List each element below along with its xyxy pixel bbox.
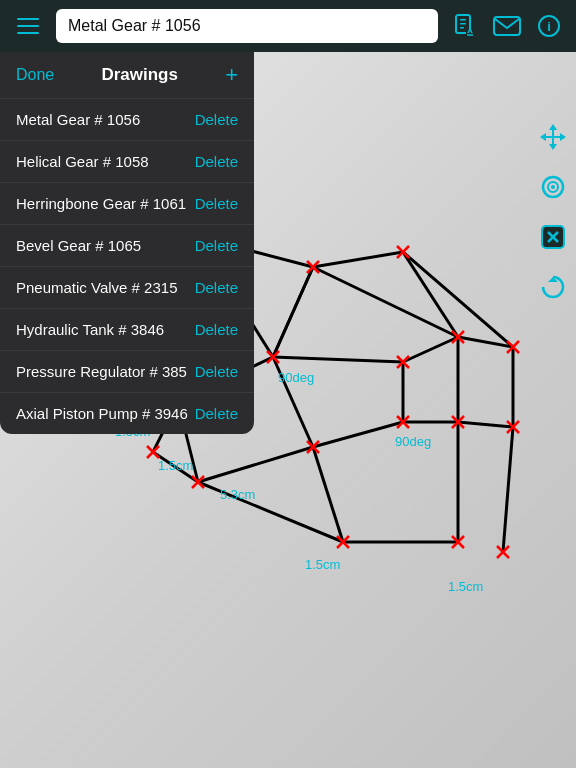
document-icon: [452, 13, 478, 39]
svg-line-29: [198, 447, 313, 482]
add-drawing-button[interactable]: +: [225, 64, 238, 86]
measurement-label-5: 90deg: [278, 370, 314, 385]
svg-rect-2: [460, 23, 466, 25]
mail-button[interactable]: [490, 9, 524, 43]
info-icon: i: [537, 14, 561, 38]
svg-line-19: [458, 422, 513, 427]
right-toolbar: [530, 102, 576, 322]
svg-line-27: [503, 427, 513, 552]
dropdown-header: Done Drawings +: [0, 52, 254, 99]
resize-tool-button[interactable]: [534, 118, 572, 156]
delete-button-6[interactable]: Delete: [195, 363, 238, 380]
drawing-item-4[interactable]: Pneumatic Valve # 2315 Delete: [0, 267, 254, 309]
drawing-name-4: Pneumatic Valve # 2315: [16, 279, 178, 296]
svg-text:i: i: [547, 19, 551, 34]
title-bar[interactable]: Metal Gear # 1056: [56, 9, 438, 43]
header-icon-group: i: [448, 9, 566, 43]
hamburger-line-1: [17, 18, 39, 20]
svg-marker-75: [549, 124, 557, 130]
svg-line-35: [273, 267, 313, 357]
spiral-icon: [538, 172, 568, 202]
mail-icon: [493, 14, 521, 38]
svg-point-79: [551, 185, 555, 189]
drawing-name-7: Axial Piston Pump # 3946: [16, 405, 188, 422]
svg-line-24: [313, 447, 343, 542]
arrows-icon: [538, 122, 568, 152]
rotate-tool-button[interactable]: [534, 168, 572, 206]
measurement-label-4: 1.5cm: [305, 557, 340, 572]
close-icon: [538, 222, 568, 252]
delete-button-1[interactable]: Delete: [195, 153, 238, 170]
dropdown-title: Drawings: [101, 65, 178, 85]
drawings-dropdown: Done Drawings + Metal Gear # 1056 Delete…: [0, 52, 254, 434]
refresh-tool-button[interactable]: [534, 268, 572, 306]
measurement-label-3: 5.3cm: [220, 487, 255, 502]
measurement-label-2: 1.5cm: [158, 458, 193, 473]
drawing-item-5[interactable]: Hydraulic Tank # 3846 Delete: [0, 309, 254, 351]
drawing-name-3: Bevel Gear # 1065: [16, 237, 141, 254]
hamburger-line-2: [17, 25, 39, 27]
delete-button-7[interactable]: Delete: [195, 405, 238, 422]
svg-line-15: [403, 252, 513, 347]
drawing-name-5: Hydraulic Tank # 3846: [16, 321, 164, 338]
delete-button-2[interactable]: Delete: [195, 195, 238, 212]
svg-rect-3: [460, 27, 464, 29]
svg-line-12: [313, 252, 403, 267]
info-button[interactable]: i: [532, 9, 566, 43]
svg-rect-5: [494, 17, 520, 35]
document-button[interactable]: [448, 9, 482, 43]
drawing-item-2[interactable]: Herringbone Gear # 1061 Delete: [0, 183, 254, 225]
measurement-label-6: 90deg: [395, 434, 431, 449]
close-tool-button[interactable]: [534, 218, 572, 256]
svg-line-33: [403, 337, 458, 362]
drawing-name-0: Metal Gear # 1056: [16, 111, 140, 128]
drawing-name-1: Helical Gear # 1058: [16, 153, 149, 170]
svg-line-32: [273, 357, 403, 362]
drawing-item-7[interactable]: Axial Piston Pump # 3946 Delete: [0, 393, 254, 434]
svg-marker-72: [540, 133, 546, 141]
drawing-canvas[interactable]: 1.5cm 1.5cm 5.3cm 1.5cm 90deg 90deg 1.5c…: [0, 52, 576, 768]
drawing-item-1[interactable]: Helical Gear # 1058 Delete: [0, 141, 254, 183]
hamburger-button[interactable]: [10, 8, 46, 44]
delete-button-5[interactable]: Delete: [195, 321, 238, 338]
delete-button-0[interactable]: Delete: [195, 111, 238, 128]
hamburger-line-3: [17, 32, 39, 34]
svg-marker-73: [560, 133, 566, 141]
drawing-item-6[interactable]: Pressure Regulator # 385 Delete: [0, 351, 254, 393]
drawing-item-0[interactable]: Metal Gear # 1056 Delete: [0, 99, 254, 141]
delete-button-4[interactable]: Delete: [195, 279, 238, 296]
svg-rect-1: [460, 19, 466, 21]
drawing-name-2: Herringbone Gear # 1061: [16, 195, 186, 212]
delete-button-3[interactable]: Delete: [195, 237, 238, 254]
svg-line-22: [313, 422, 403, 447]
svg-marker-76: [549, 144, 557, 150]
refresh-icon: [538, 272, 568, 302]
drawing-title: Metal Gear # 1056: [68, 17, 201, 35]
app-header: Metal Gear # 1056 i: [0, 0, 576, 52]
drawing-item-3[interactable]: Bevel Gear # 1065 Delete: [0, 225, 254, 267]
done-button[interactable]: Done: [16, 66, 54, 84]
drawing-name-6: Pressure Regulator # 385: [16, 363, 187, 380]
measurement-label-7: 1.5cm: [448, 579, 483, 594]
